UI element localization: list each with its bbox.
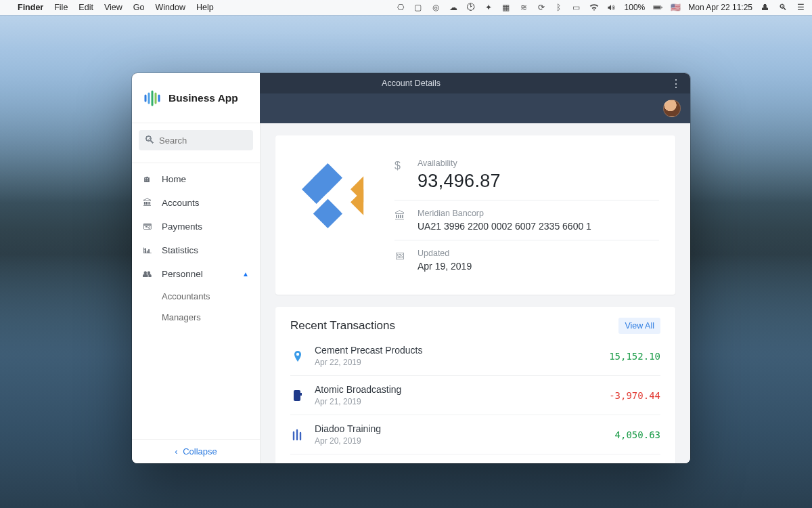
- transaction-row[interactable]: Atomic BroadcastingApr 21, 2019-3,970.44: [290, 375, 660, 415]
- menu-window[interactable]: Window: [155, 3, 185, 12]
- dropbox-icon[interactable]: ⎔: [396, 3, 405, 12]
- transaction-date: Apr 20, 2019: [315, 436, 606, 446]
- payment-icon: 💳︎: [143, 221, 154, 232]
- search-input[interactable]: [159, 135, 248, 146]
- sidebar-item-label: Home: [162, 174, 186, 184]
- bank-icon: 🏛︎: [143, 198, 154, 208]
- app-logo-icon: [143, 89, 162, 108]
- stats-icon: 📊︎: [143, 245, 154, 255]
- transaction-date: Apr 21, 2019: [315, 397, 600, 406]
- availability-value: 93,496.87: [418, 171, 501, 192]
- search-icon: 🔍︎: [144, 134, 155, 146]
- wifi-icon[interactable]: [589, 3, 599, 12]
- bank-name: Meridian Bancorp: [418, 209, 591, 218]
- spotlight-icon[interactable]: 🔍︎: [778, 3, 788, 12]
- sidebar: Business App 🔍︎ 🏠︎ Home 🏛︎ Accounts: [132, 123, 261, 463]
- sidebar-subitem-accountants[interactable]: Accountants: [132, 286, 260, 307]
- personnel-icon: 👥︎: [143, 269, 154, 279]
- main-content: $ Availability 93,496.87 🏛︎ Meridian Ban…: [261, 123, 690, 463]
- sidebar-item-label: Accounts: [162, 198, 200, 208]
- view-all-button[interactable]: View All: [618, 318, 660, 334]
- grid-icon[interactable]: ▦: [501, 3, 511, 12]
- transaction-amount: 15,152.10: [609, 351, 660, 362]
- transaction-amount: 4,050.63: [615, 429, 660, 440]
- calendar-icon: 📅︎: [394, 249, 408, 272]
- account-summary-card: $ Availability 93,496.87 🏛︎ Meridian Ban…: [275, 135, 675, 295]
- battery-percent[interactable]: 100%: [625, 3, 646, 12]
- sidebar-header: Business App: [132, 73, 260, 123]
- sidebar-item-label: Personnel: [162, 269, 203, 279]
- battery-icon[interactable]: [653, 3, 662, 12]
- cloud-icon[interactable]: ☁︎: [449, 3, 458, 12]
- clock-icon[interactable]: 🕑︎: [466, 3, 476, 12]
- app-name: Business App: [168, 92, 238, 104]
- circle-icon[interactable]: ◎: [431, 3, 441, 12]
- waves-icon[interactable]: ≋: [519, 3, 528, 12]
- sidebar-item-home[interactable]: 🏠︎ Home: [132, 167, 260, 191]
- avatar[interactable]: [663, 100, 681, 117]
- bank-icon: 🏛︎: [394, 209, 408, 232]
- macos-menubar: Finder File Edit View Go Window Help ⎔ ▢…: [0, 0, 812, 15]
- transaction-name: Cement Precast Products: [315, 345, 600, 356]
- record-icon[interactable]: ▢: [413, 3, 423, 12]
- bluetooth-icon[interactable]: ᛒ: [554, 3, 564, 12]
- transaction-name: Atomic Broadcasting: [315, 384, 600, 395]
- menu-file[interactable]: File: [54, 3, 68, 12]
- dollar-icon: $: [394, 158, 408, 192]
- sidebar-item-label: Payments: [162, 221, 202, 232]
- sidebar-item-payments[interactable]: 💳︎ Payments: [132, 215, 260, 238]
- sidebar-subitem-managers[interactable]: Managers: [132, 307, 260, 328]
- chevron-left-icon: ‹: [175, 446, 177, 457]
- transaction-date: Apr 22, 2019: [315, 358, 600, 367]
- menubar-app-name[interactable]: Finder: [18, 3, 43, 12]
- flame-icon[interactable]: ✦: [484, 3, 493, 12]
- list-icon[interactable]: ☰: [796, 3, 805, 12]
- caret-up-icon: ▲: [242, 270, 249, 278]
- updated-label: Updated: [418, 249, 472, 258]
- collapse-button[interactable]: ‹ Collapse: [132, 439, 260, 463]
- transaction-icon: [290, 427, 305, 442]
- transaction-name: Sharpe Genetics: [315, 463, 600, 463]
- menu-edit[interactable]: Edit: [78, 3, 93, 12]
- display-icon[interactable]: ▭: [572, 3, 581, 12]
- collapse-label: Collapse: [183, 446, 217, 457]
- transaction-icon: [290, 388, 305, 403]
- home-icon: 🏠︎: [143, 174, 154, 184]
- menubar-clock[interactable]: Mon Apr 22 11:25: [688, 3, 752, 12]
- transaction-row[interactable]: Diadoo TrainingApr 20, 20194,050.63: [290, 415, 660, 454]
- menu-help[interactable]: Help: [196, 3, 214, 12]
- svg-rect-10: [297, 393, 302, 396]
- menu-view[interactable]: View: [104, 3, 122, 12]
- user-icon[interactable]: 👤︎: [761, 3, 770, 12]
- more-options-icon[interactable]: ⋮: [671, 77, 682, 90]
- transaction-row[interactable]: Cement Precast ProductsApr 22, 201915,15…: [290, 337, 660, 375]
- sidebar-item-label: Statistics: [162, 245, 198, 255]
- transactions-card: Recent Transactions View All Cement Prec…: [275, 307, 675, 463]
- volume-icon[interactable]: 🔊︎: [607, 3, 616, 12]
- availability-label: Availability: [418, 158, 501, 168]
- updated-value: Apr 19, 2019: [418, 261, 472, 272]
- svg-point-8: [296, 352, 299, 355]
- transaction-icon: [290, 349, 305, 364]
- iban-value: UA21 3996 2200 0002 6007 2335 6600 1: [418, 221, 591, 232]
- transaction-name: Diadoo Training: [315, 423, 606, 434]
- transaction-row[interactable]: Sharpe GeneticsApr 19, 2019-4,571.80: [290, 454, 660, 463]
- app-window: Account Details ⋮ ← Lafayette Printing: [132, 73, 690, 463]
- sidebar-item-accounts[interactable]: 🏛︎ Accounts: [132, 191, 260, 215]
- account-logo-icon: [292, 153, 377, 238]
- sync-icon[interactable]: ⟳: [537, 3, 546, 12]
- flag-icon[interactable]: 🇺🇸: [671, 3, 680, 12]
- svg-rect-2: [654, 6, 660, 9]
- transactions-title: Recent Transactions: [290, 319, 395, 333]
- transaction-amount: -3,970.44: [609, 390, 660, 401]
- sidebar-item-statistics[interactable]: 📊︎ Statistics: [132, 238, 260, 262]
- sidebar-item-personnel[interactable]: 👥︎ Personnel ▲: [132, 262, 260, 286]
- menu-go[interactable]: Go: [133, 3, 145, 12]
- svg-rect-1: [662, 7, 662, 8]
- search-input-wrap[interactable]: 🔍︎: [139, 130, 253, 150]
